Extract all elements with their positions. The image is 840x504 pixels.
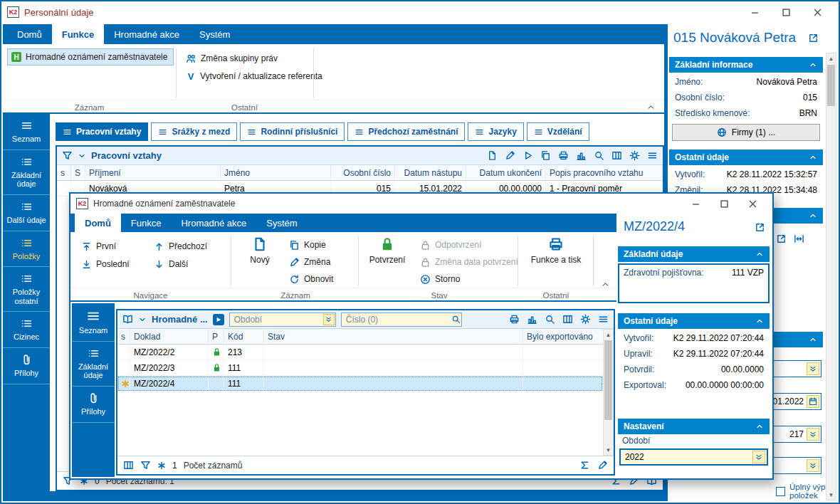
run-filter-button[interactable] <box>213 314 224 325</box>
combo-button[interactable] <box>807 428 819 441</box>
column-header-kod[interactable]: Kód <box>224 329 264 344</box>
funnel-icon[interactable] <box>62 150 73 161</box>
obdobi-combo-field[interactable]: 2022 <box>619 448 768 466</box>
book-icon[interactable] <box>122 314 133 325</box>
table-row[interactable]: MZ/2022/3 111 <box>117 360 603 376</box>
column-header-s[interactable]: s <box>117 329 130 344</box>
tab-srazky-z-mezd[interactable]: Srážky z mezd <box>151 122 237 141</box>
edit-sum-icon[interactable] <box>597 460 608 471</box>
chevron-down-icon[interactable] <box>138 315 147 324</box>
new-records-star-icon[interactable] <box>157 461 166 470</box>
ribbon-tab-system[interactable]: Systém <box>256 214 307 232</box>
search-icon[interactable] <box>594 150 604 161</box>
column-header-stav[interactable]: Stav <box>264 329 523 344</box>
tab-predchozi-zamestnani[interactable]: Předchozí zaměstnání <box>347 122 465 141</box>
scroll-thumb[interactable] <box>827 65 835 106</box>
ribbon-item-obnovit[interactable]: Obnovit <box>285 271 337 287</box>
column-header-osobni-cislo[interactable]: Osobní číslo <box>331 165 395 180</box>
ribbon-item-kopie[interactable]: Kopie <box>285 237 330 253</box>
ribbon-item-novy[interactable]: Nový <box>241 236 278 265</box>
ribbon-tab-domu[interactable]: Domů <box>7 24 52 44</box>
ribbon-item-zmena-skupiny-prav[interactable]: Změna skupiny práv <box>182 51 281 66</box>
combo-button[interactable] <box>807 459 819 472</box>
open-in-window-icon[interactable] <box>776 233 787 244</box>
column-header-datum-ukonceni[interactable]: Datum ukončení <box>466 165 546 180</box>
combo-button[interactable] <box>752 451 765 463</box>
grid-scrollbar[interactable]: ▲ ▼ <box>603 329 614 456</box>
scroll-thumb[interactable] <box>604 340 612 420</box>
ribbon-item-dalsi[interactable]: Další <box>150 256 191 272</box>
column-header-doklad[interactable]: Doklad <box>130 329 209 344</box>
scroll-up-arrow[interactable]: ▲ <box>826 53 836 63</box>
ribbon-item-potvrzeni[interactable]: Potvrzení <box>365 236 409 265</box>
section-header-zakladni-informace[interactable]: Základní informace <box>669 57 823 73</box>
sidebar-item-prilohy[interactable]: Přílohy <box>72 387 115 423</box>
columns-icon[interactable] <box>611 150 622 161</box>
ribbon-item-predchozi[interactable]: Předchozí <box>150 238 211 254</box>
section-header-nastaveni[interactable]: Nastavení <box>618 419 770 434</box>
section-header-zakladni-udaje[interactable]: Základní údaje <box>618 246 770 262</box>
dialog-minimize-button[interactable] <box>681 194 710 213</box>
ribbon-item-storno[interactable]: Storno <box>416 271 463 287</box>
menu-icon[interactable] <box>598 314 609 325</box>
ribbon-item-zmena[interactable]: Změna <box>285 254 334 270</box>
ribbon-tab-system[interactable]: Systém <box>189 24 240 44</box>
column-header-popis[interactable]: Popis pracovního vztahu <box>546 165 663 180</box>
dialog-maximize-button[interactable] <box>710 194 738 213</box>
gear-icon[interactable] <box>580 314 591 325</box>
columns-icon[interactable] <box>123 460 134 471</box>
column-header-s[interactable]: s <box>57 165 71 180</box>
ribbon-collapse-button[interactable] <box>646 102 656 112</box>
ribbon-item-vytvoreni-aktualizace-referenta[interactable]: Vytvoření / aktualizace referenta <box>182 68 326 84</box>
columns-icon[interactable] <box>562 314 573 325</box>
scroll-down-arrow[interactable]: ▼ <box>826 490 836 500</box>
print-icon[interactable] <box>509 314 520 325</box>
close-button[interactable] <box>802 2 833 22</box>
tab-pracovni-vztahy[interactable]: Pracovní vztahy <box>56 122 148 141</box>
funnel-icon[interactable] <box>140 460 151 471</box>
column-header-p[interactable]: P <box>209 329 224 344</box>
column-header-bylo-exportovano[interactable]: Bylo exportováno <box>523 329 603 344</box>
section-header-ostatni-udaje[interactable]: Ostatní údaje <box>618 313 770 329</box>
column-header-datum-nastupu[interactable]: Datum nástupu <box>395 165 466 180</box>
cislo-search-field[interactable]: Číslo (0) <box>341 313 462 327</box>
column-header-prijmeni[interactable]: Příjmení <box>85 165 221 180</box>
scroll-down-arrow[interactable]: ▼ <box>604 445 613 455</box>
ribbon-item-prvni[interactable]: První <box>78 238 120 254</box>
open-in-window-icon[interactable] <box>808 33 819 43</box>
ribbon-item-funkce-a-tisk[interactable]: Funkce a tisk <box>526 236 586 265</box>
dialog-close-button[interactable] <box>738 194 767 213</box>
tab-jazyky[interactable]: Jazyky <box>468 122 523 141</box>
table-row[interactable]: MZ/2022/2 213 <box>117 345 603 360</box>
combo-button[interactable] <box>323 314 335 325</box>
calendar-button[interactable] <box>807 395 819 408</box>
open-in-window-icon[interactable] <box>755 222 765 233</box>
ribbon-item-posledni[interactable]: Poslední <box>78 256 133 272</box>
fit-width-icon[interactable] <box>794 233 804 244</box>
table-row-selected[interactable]: MZ/2022/4 111 <box>117 376 603 392</box>
sidebar-item-prilohy[interactable]: Přílohy <box>3 348 50 384</box>
search-icon[interactable] <box>545 314 555 325</box>
ribbon-tab-funkce[interactable]: Funkce <box>52 24 105 44</box>
ribbon-collapse-button[interactable] <box>601 279 610 289</box>
sidebar-item-dalsi-udaje[interactable]: Další údaje <box>3 195 50 231</box>
sidebar-item-zakladni-udaje[interactable]: Základní údaje <box>3 150 50 195</box>
chevron-down-icon[interactable] <box>78 152 86 160</box>
chart-icon[interactable] <box>527 314 537 325</box>
firms-button[interactable]: Firmy (1) ... <box>672 124 820 141</box>
scroll-up-arrow[interactable]: ▲ <box>604 330 613 340</box>
sidebar-item-seznam[interactable]: Seznam <box>72 303 115 342</box>
sidebar-item-polozky[interactable]: Položky <box>3 231 50 268</box>
checkbox-uplny-vypis[interactable] <box>776 487 785 496</box>
maximize-button[interactable] <box>770 2 802 22</box>
column-header-jmeno[interactable]: Jméno <box>221 165 331 180</box>
sidebar-item-seznam[interactable]: Seznam <box>3 114 50 150</box>
sidebar-item-cizinec[interactable]: Cizinec <box>3 312 50 348</box>
tab-vzdelani[interactable]: Vzdělání <box>527 122 589 141</box>
print-icon[interactable] <box>558 150 569 161</box>
chart-icon[interactable] <box>576 150 587 161</box>
minimize-button[interactable] <box>739 2 770 22</box>
ribbon-tab-funkce[interactable]: Funkce <box>121 214 172 232</box>
copy-icon[interactable] <box>540 150 551 161</box>
ribbon-item-hromadne-oznameni-zamestnavatele[interactable]: Hromadné oznámení zaměstnavatele <box>7 48 174 65</box>
